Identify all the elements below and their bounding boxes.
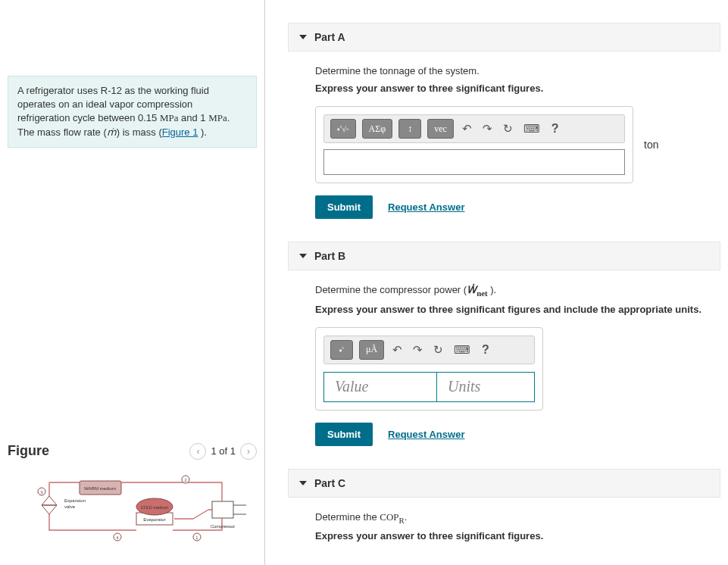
reset-icon[interactable]: ↻ (431, 343, 445, 357)
unit-mpa: MPa (208, 112, 227, 123)
figure-section: Figure ‹ 1 of 1 › 3 2 (8, 443, 257, 551)
equation-toolbar: ▪▫√▫ ΑΣφ ↕ vec ↶ ↷ ↻ ⌨ ? (323, 114, 625, 143)
part-b-title: Part B (314, 250, 345, 262)
part-b-answer-box: ▪▫ μÅ ↶ ↷ ↻ ⌨ ? Value Units (315, 327, 543, 410)
part-b-header[interactable]: Part B (288, 242, 720, 270)
svg-text:Expansion: Expansion (64, 498, 86, 503)
part-c-instruct: Express your answer to three significant… (315, 530, 710, 542)
redo-icon[interactable]: ↷ (480, 122, 495, 136)
figure-link[interactable]: Figure 1 (162, 126, 198, 138)
part-b-prompt: Determine the compressor power (Ẇnet ). (315, 284, 710, 298)
svg-text:Compressor: Compressor (211, 524, 236, 529)
part-c-prompt: Determine the COPR. (315, 511, 710, 525)
svg-text:valve: valve (64, 504, 76, 509)
pager-text: 1 of 1 (211, 445, 236, 457)
unit-mpa: MPa (160, 112, 179, 123)
units-tool-button[interactable]: μÅ (359, 340, 384, 360)
wnet-sub: net (476, 289, 487, 298)
part-a-answer-input[interactable] (323, 149, 625, 175)
units-input[interactable]: Units (436, 372, 535, 402)
part-a-title: Part A (314, 31, 345, 43)
problem-text: ). (198, 126, 207, 138)
undo-icon[interactable]: ↶ (460, 122, 474, 136)
figure-title: Figure (8, 443, 49, 459)
prompt-text: Determine the (315, 511, 380, 523)
template-tool-button[interactable]: ▪▫ (330, 340, 353, 360)
problem-text: ) is mass ( (117, 126, 162, 138)
part-a-prompt: Determine the tonnage of the system. (315, 65, 710, 76)
problem-statement: A refrigerator uses R-12 as the working … (8, 76, 257, 148)
greek-tool-button[interactable]: ΑΣφ (362, 119, 393, 139)
next-figure-button[interactable]: › (240, 443, 257, 460)
prompt-text: ). (488, 284, 497, 295)
keyboard-icon[interactable]: ⌨ (521, 122, 542, 136)
right-column: Part A Determine the tonnage of the syst… (265, 0, 728, 565)
svg-text:Evaporator: Evaporator (143, 517, 165, 522)
part-b-instruct: Express your answer to three significant… (315, 304, 710, 315)
help-icon[interactable]: ? (548, 122, 562, 136)
reset-icon[interactable]: ↻ (501, 122, 515, 136)
prompt-text: Determine the compressor power ( (315, 284, 467, 295)
part-a-header[interactable]: Part A (288, 23, 720, 52)
part-a-unit: ton (644, 139, 658, 151)
svg-rect-3 (212, 501, 233, 518)
vec-tool-button[interactable]: vec (427, 119, 454, 139)
cop-sub: R (399, 515, 405, 524)
problem-text: and 1 (178, 112, 208, 123)
keyboard-icon[interactable]: ⌨ (451, 343, 473, 357)
part-a-instruct: Express your answer to three significant… (315, 83, 710, 94)
collapse-icon (299, 254, 307, 258)
submit-button[interactable]: Submit (315, 423, 373, 446)
prompt-text: . (405, 511, 408, 523)
value-input[interactable]: Value (323, 372, 437, 402)
wnet-symbol: Ẇ (467, 284, 476, 295)
cop-symbol: COP (380, 511, 398, 523)
undo-icon[interactable]: ↶ (390, 343, 405, 357)
svg-text:WARM medium: WARM medium (84, 486, 116, 491)
request-answer-link[interactable]: Request Answer (388, 201, 464, 213)
arrows-tool-button[interactable]: ↕ (398, 119, 421, 139)
equation-toolbar: ▪▫ μÅ ↶ ↷ ↻ ⌨ ? (323, 336, 535, 364)
part-c-header[interactable]: Part C (288, 469, 720, 498)
redo-icon[interactable]: ↷ (411, 343, 425, 357)
template-tool-button[interactable]: ▪▫√▫ (330, 119, 356, 139)
part-a-body: Determine the tonnage of the system. Exp… (288, 52, 720, 226)
svg-text:COLD medium: COLD medium (141, 505, 169, 510)
request-answer-link[interactable]: Request Answer (388, 429, 464, 440)
part-a-answer-box: ▪▫√▫ ΑΣφ ↕ vec ↶ ↷ ↻ ⌨ ? (315, 106, 633, 183)
part-c-title: Part C (314, 477, 345, 489)
left-column: A refrigerator uses R-12 as the working … (0, 0, 265, 565)
collapse-icon (299, 481, 307, 485)
collapse-icon (299, 35, 307, 39)
part-c-body: Determine the COPR. Express your answer … (288, 498, 720, 562)
part-b-body: Determine the compressor power (Ẇnet ). … (288, 270, 720, 454)
help-icon[interactable]: ? (479, 343, 492, 357)
mdot-symbol: ṁ (107, 126, 117, 138)
figure-diagram: 3 2 4 1 WARM medium COLD medium Evaporat… (8, 475, 257, 551)
submit-button[interactable]: Submit (315, 195, 373, 219)
prev-figure-button[interactable]: ‹ (189, 443, 206, 460)
figure-pager: ‹ 1 of 1 › (189, 443, 257, 460)
